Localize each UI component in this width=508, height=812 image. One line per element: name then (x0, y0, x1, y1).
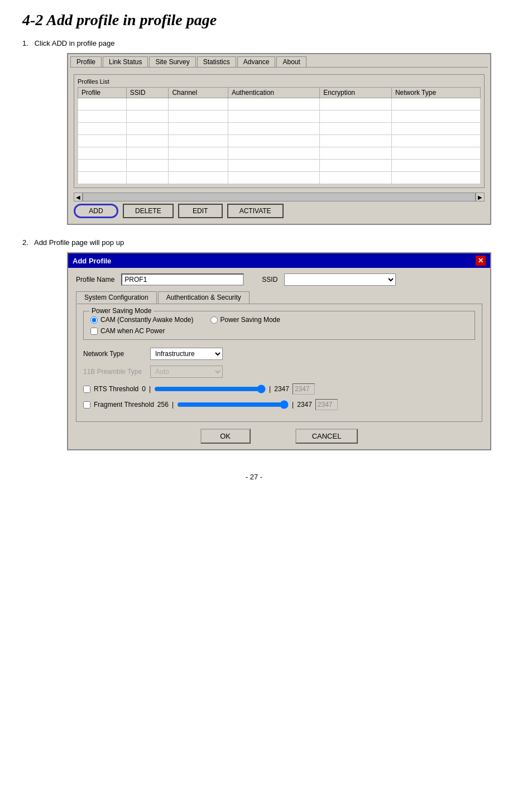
horizontal-scrollbar[interactable]: ◀ ▶ (74, 193, 485, 201)
profile-tab-content: Profiles List Profile SSID Channel Authe… (70, 71, 488, 222)
step1-section: 1. Click ADD in profile page Profile Lin… (22, 39, 486, 225)
col-encryption: Encryption (320, 88, 392, 98)
dialog-footer: OK CANCEL (76, 429, 482, 444)
profile-name-row: Profile Name SSID (76, 273, 482, 286)
preamble-type-row: 11B Preamble Type Auto (83, 366, 475, 378)
dialog-tab-content: Power Saving Mode CAM (Constantly Awake … (76, 304, 482, 422)
rts-label: RTS Threshold (94, 385, 138, 393)
rts-value-input (293, 383, 315, 395)
fragment-checkbox[interactable] (83, 401, 90, 409)
ssid-select[interactable] (284, 273, 396, 286)
rts-separator2: | (269, 385, 271, 393)
rts-min-value: 0 (142, 385, 146, 393)
page-title: 4-2 Add profile in profile page (22, 11, 486, 29)
tab-system-configuration[interactable]: System Configuration (76, 291, 157, 304)
cam-ac-label: CAM when AC Power (100, 327, 165, 335)
rts-threshold-row: RTS Threshold 0 | | 2347 (83, 383, 475, 395)
fragment-value-input (315, 399, 338, 410)
tab-about[interactable]: About (276, 56, 306, 67)
dialog-close-button[interactable]: ✕ (476, 256, 486, 266)
step2-section: 2. Add Profile page will pop up Add Prof… (22, 238, 486, 450)
scroll-left-arrow[interactable]: ◀ (74, 193, 83, 201)
table-row (78, 135, 481, 147)
cam-radio[interactable] (90, 316, 98, 324)
network-type-label: Network Type (83, 350, 145, 358)
psm-radio[interactable] (210, 316, 218, 324)
dialog-title: Add Profile (73, 257, 111, 265)
profile-action-buttons: ADD DELETE EDIT ACTIVATE (74, 204, 485, 218)
table-header-row: Profile SSID Channel Authentication Encr… (78, 88, 481, 98)
tab-statistics[interactable]: Statistics (197, 56, 236, 67)
col-ssid: SSID (126, 88, 169, 98)
fragment-max-value: 2347 (297, 401, 312, 409)
cancel-button[interactable]: CANCEL (295, 429, 358, 444)
rts-checkbox[interactable] (83, 386, 90, 393)
profile-name-input[interactable] (121, 273, 244, 286)
fragment-slider[interactable] (177, 399, 289, 410)
psm-radio-label: Power Saving Mode (221, 316, 280, 324)
dialog-tab-bar: System Configuration Authentication & Se… (76, 291, 482, 304)
profiles-table: Profile SSID Channel Authentication Encr… (78, 87, 481, 184)
power-saving-radio-row: CAM (Constantly Awake Mode) Power Saving… (90, 316, 468, 324)
psm-radio-item: Power Saving Mode (210, 316, 280, 324)
profiles-list-group: Profiles List Profile SSID Channel Authe… (74, 74, 485, 188)
tab-link-status[interactable]: Link Status (103, 56, 148, 67)
col-network-type: Network Type (391, 88, 480, 98)
col-authentication: Authentication (228, 88, 319, 98)
power-saving-title: Power Saving Mode (89, 307, 154, 315)
tab-advance[interactable]: Advance (237, 56, 276, 67)
fragment-separator2: | (292, 401, 294, 409)
add-button[interactable]: ADD (74, 204, 118, 218)
preamble-type-select: Auto (150, 366, 223, 378)
preamble-type-label: 11B Preamble Type (83, 368, 145, 376)
dialog-titlebar: Add Profile ✕ (68, 253, 490, 268)
table-row (78, 123, 481, 135)
delete-button[interactable]: DELETE (123, 204, 174, 218)
scroll-track[interactable] (83, 193, 476, 201)
rts-max-value: 2347 (274, 385, 289, 393)
cam-ac-checkbox[interactable] (90, 328, 98, 335)
activate-button[interactable]: ACTIVATE (227, 204, 284, 218)
step2-label: 2. Add Profile page will pop up (22, 238, 486, 247)
dialog-body: Profile Name SSID System Configuration A… (68, 268, 490, 449)
page-number: - 27 - (22, 473, 486, 481)
col-profile: Profile (78, 88, 127, 98)
fragment-separator: | (172, 401, 174, 409)
table-row (78, 172, 481, 184)
rts-separator: | (149, 385, 151, 393)
network-type-row: Network Type Infrastructure Ad Hoc (83, 348, 475, 360)
table-row (78, 160, 481, 172)
table-row (78, 147, 481, 160)
fragment-threshold-row: Fragment Threshold 256 | | 2347 (83, 399, 475, 410)
step1-label: 1. Click ADD in profile page (22, 39, 486, 47)
rts-slider[interactable] (154, 383, 266, 395)
profile-manager-window: Profile Link Status Site Survey Statisti… (67, 53, 491, 225)
tab-auth-security[interactable]: Authentication & Security (158, 291, 250, 304)
ok-button[interactable]: OK (200, 429, 251, 444)
profile-name-label: Profile Name (76, 276, 114, 284)
ssid-label: SSID (262, 276, 277, 284)
col-channel: Channel (169, 88, 228, 98)
network-type-select[interactable]: Infrastructure Ad Hoc (150, 348, 223, 360)
table-row (78, 110, 481, 123)
table-row (78, 98, 481, 110)
cam-ac-checkbox-item: CAM when AC Power (90, 327, 468, 335)
scroll-right-arrow[interactable]: ▶ (476, 193, 485, 201)
profile-tab-bar: Profile Link Status Site Survey Statisti… (70, 56, 488, 68)
fragment-label: Fragment Threshold (94, 401, 154, 409)
cam-radio-item: CAM (Constantly Awake Mode) (90, 316, 194, 324)
power-saving-group: Power Saving Mode CAM (Constantly Awake … (83, 311, 475, 340)
tab-site-survey[interactable]: Site Survey (149, 56, 195, 67)
add-profile-dialog: Add Profile ✕ Profile Name SSID System C… (67, 252, 491, 450)
edit-button[interactable]: EDIT (178, 204, 223, 218)
tab-profile[interactable]: Profile (70, 56, 102, 67)
profiles-list-label: Profiles List (78, 78, 481, 85)
cam-radio-label: CAM (Constantly Awake Mode) (100, 316, 194, 324)
fragment-min-value: 256 (157, 401, 169, 409)
